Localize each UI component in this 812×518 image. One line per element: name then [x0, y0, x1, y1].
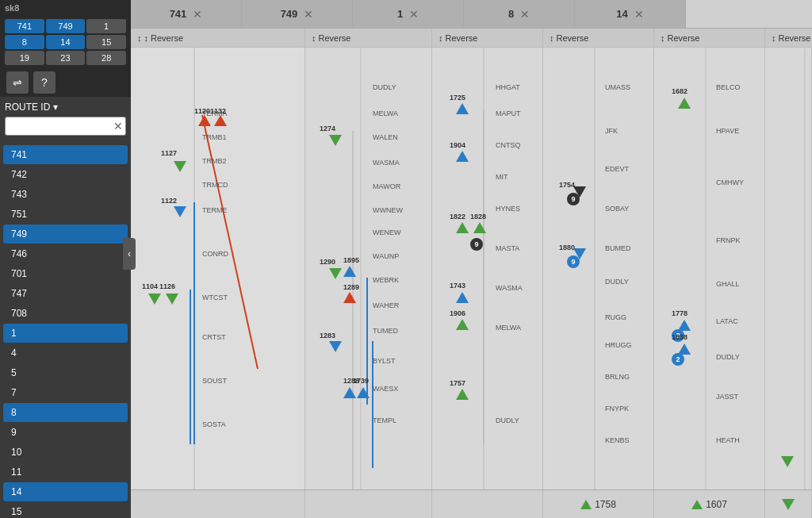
top-btn-15[interactable]: 15 [86, 35, 126, 49]
route-item-747[interactable]: 747 [3, 284, 128, 303]
route-item-701[interactable]: 701 [3, 264, 128, 283]
station-8-BRLNG: BRLNG [605, 373, 630, 381]
train-1725[interactable] [456, 103, 469, 114]
route-item-9[interactable]: 9 [3, 423, 128, 442]
train-label-1127: 1127 [161, 149, 177, 157]
top-btn-749[interactable]: 749 [46, 19, 86, 33]
route-item-8[interactable]: 8 [3, 403, 128, 422]
tab-1[interactable]: 1 ✕ [353, 0, 464, 28]
train-label-1132: 1132 [210, 107, 226, 115]
train-1132[interactable] [214, 115, 227, 126]
route-item-14[interactable]: 14 [3, 482, 128, 501]
tab-close-1[interactable]: ✕ [409, 8, 419, 21]
station-1-WASMA: WASMA [496, 284, 523, 292]
train-1822[interactable] [456, 222, 469, 233]
train-label-1682: 1682 [672, 87, 688, 95]
help-icon-btn[interactable]: ? [33, 71, 56, 94]
top-btn-1[interactable]: 1 [86, 19, 126, 33]
reverse-cell-741[interactable]: ↕ ↕ Reverse [131, 29, 305, 47]
station-1-MAPUT: MAPUT [496, 109, 521, 117]
train-1122[interactable] [174, 206, 186, 217]
train-1880[interactable] [573, 248, 586, 259]
top-btn-8[interactable]: 8 [5, 35, 44, 49]
route-item-11[interactable]: 11 [3, 462, 128, 482]
route-item-708[interactable]: 708 [3, 304, 128, 323]
bottom-cell-1 [432, 490, 543, 518]
top-btn-23[interactable]: 23 [46, 51, 86, 65]
top-btn-19[interactable]: 19 [5, 51, 44, 65]
route-item-743[interactable]: 743 [3, 185, 128, 204]
train-label-1289: 1289 [343, 283, 359, 291]
reverse-cell-749[interactable]: ↕ Reverse [305, 29, 432, 47]
route-item-10[interactable]: 10 [3, 443, 128, 462]
search-clear-icon[interactable]: ✕ [113, 120, 123, 132]
train-1754[interactable] [573, 186, 586, 198]
train-1127[interactable] [174, 161, 186, 172]
extra-bottom-tri [781, 456, 794, 467]
train-label-1838: 1838 [672, 333, 688, 341]
station-749-WENEW: WENEW [373, 228, 401, 236]
train-label-1120: 1120 [194, 107, 210, 115]
reverse-cell-1[interactable]: ↕ Reverse [432, 29, 543, 47]
reverse-cell-14[interactable]: ↕ Reverse [654, 29, 765, 47]
route-item-5[interactable]: 5 [3, 363, 128, 382]
train-1743[interactable] [456, 292, 469, 303]
station-8-HRUGG: HRUGG [605, 341, 632, 349]
train-1739[interactable] [357, 387, 370, 398]
train-1274[interactable] [329, 135, 342, 146]
train-1290[interactable] [329, 268, 342, 279]
route-item-741[interactable]: 741 [3, 145, 128, 164]
train-1828[interactable] [473, 222, 486, 233]
tab-741[interactable]: 741 ✕ [131, 0, 242, 28]
train-1906[interactable] [456, 319, 469, 330]
train-1126[interactable] [166, 294, 178, 305]
top-btn-14[interactable]: 14 [46, 35, 86, 49]
route-item-4[interactable]: 4 [3, 343, 128, 363]
train-1120[interactable] [198, 115, 211, 126]
top-btn-28[interactable]: 28 [86, 51, 126, 65]
search-input[interactable] [5, 117, 126, 136]
tab-close-14[interactable]: ✕ [634, 8, 644, 21]
reverse-cell-8[interactable]: ↕ Reverse [543, 29, 654, 47]
route-item-742[interactable]: 742 [3, 165, 128, 184]
train-1283[interactable] [329, 341, 342, 352]
route-item-746[interactable]: 746 [3, 244, 128, 263]
station-749-WALEN: WALEN [373, 133, 398, 141]
reverse-icon-8: ↕ [550, 33, 554, 43]
route-item-1[interactable]: 1 [3, 324, 128, 343]
bottom-tri-14 [691, 500, 703, 509]
route-item-15[interactable]: 15 [3, 502, 128, 518]
train-1895[interactable] [343, 266, 356, 277]
train-1682[interactable] [678, 98, 691, 109]
train-1288[interactable] [343, 387, 356, 398]
tab-close-749[interactable]: ✕ [304, 8, 313, 21]
tab-close-8[interactable]: ✕ [520, 8, 530, 21]
tab-749[interactable]: 749 ✕ [242, 0, 353, 28]
collapse-sidebar-button[interactable]: ‹ [123, 238, 136, 270]
route-item-751[interactable]: 751 [3, 205, 128, 224]
station-14-JASST: JASST [716, 393, 738, 401]
train-1904[interactable] [456, 151, 469, 162]
station-741-WTCST: WTCST [202, 294, 228, 301]
train-label-1290: 1290 [320, 258, 335, 266]
route-item-749[interactable]: 749 [3, 224, 128, 244]
reverse-icon-14: ↕ [661, 33, 665, 43]
filter-label-row[interactable]: ROUTE ID ▾ [5, 102, 126, 113]
route-item-7[interactable]: 7 [3, 383, 128, 402]
station-14-CMHWY: CMHWY [716, 178, 744, 186]
train-1104[interactable] [148, 294, 161, 305]
station-741-SOSTA: SOSTA [202, 420, 226, 428]
tab-close-741[interactable]: ✕ [193, 8, 202, 21]
train-label-1757: 1757 [450, 379, 465, 387]
tab-8[interactable]: 8 ✕ [464, 0, 575, 28]
station-749-BYLST: BYLST [373, 357, 396, 365]
route-column-741: TERMA TRMB1 TRMB2 TRMCD TERME CONRD WTCS… [131, 48, 305, 489]
train-1757[interactable] [456, 389, 469, 400]
train-label-1739: 1739 [353, 377, 369, 385]
reverse-icon-741: ↕ [137, 33, 142, 43]
reverse-cell-extra[interactable]: ↕ Reverse [765, 29, 812, 47]
top-btn-741[interactable]: 741 [5, 19, 44, 33]
train-1289[interactable] [343, 292, 356, 303]
tab-14[interactable]: 14 ✕ [575, 0, 686, 28]
compare-icon-btn[interactable]: ⇌ [6, 71, 29, 94]
